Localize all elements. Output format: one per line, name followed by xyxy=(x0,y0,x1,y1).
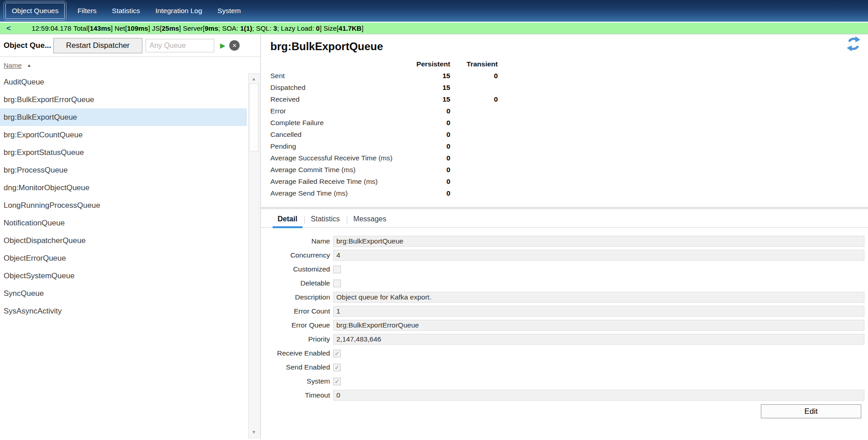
nav-item[interactable]: Integration Log xyxy=(149,3,208,19)
tab-label: Messages xyxy=(354,215,387,223)
queue-list-item[interactable]: brg:BulkExportQueue xyxy=(0,108,247,126)
field-control xyxy=(333,236,864,247)
run-filter-icon[interactable]: ▶ xyxy=(220,42,226,49)
checkbox[interactable]: ✓ xyxy=(333,350,341,357)
queue-name: SysAsyncActivity xyxy=(4,307,61,316)
form-actions: Edit xyxy=(270,404,868,418)
edit-button[interactable]: Edit xyxy=(761,404,861,418)
perf-metric: ; SQL: xyxy=(252,24,274,32)
field-control xyxy=(333,390,864,401)
queue-list-panel: Object Que... Restart Dispatcher ▶ ✕ Nam… xyxy=(0,34,261,440)
queue-list-item[interactable]: AuditQueue xyxy=(0,73,247,91)
scroll-up-icon[interactable]: ▲ xyxy=(249,77,259,81)
nav-item[interactable]: System xyxy=(211,3,247,19)
clear-filter-icon[interactable]: ✕ xyxy=(229,40,240,51)
queue-list-item[interactable]: brg:ProcessQueue xyxy=(0,161,247,179)
text-field[interactable] xyxy=(333,320,864,331)
stat-persistent-value: 0 xyxy=(416,131,450,139)
text-field[interactable] xyxy=(333,390,864,401)
queue-name: SyncQueue xyxy=(4,289,44,298)
perf-metric: 1(1) xyxy=(240,24,252,32)
nav-item-label: Object Queues xyxy=(12,7,58,15)
queue-list-item[interactable]: brg:BulkExportErrorQueue xyxy=(0,91,247,108)
perf-metric: ] Size[ xyxy=(320,24,339,32)
queue-list-item[interactable]: ObjectErrorQueue xyxy=(0,249,247,267)
scroll-down-icon[interactable]: ▼ xyxy=(249,430,259,435)
refresh-icon[interactable] xyxy=(845,36,862,52)
stat-label: Cancelled xyxy=(270,131,416,139)
queue-name: ObjectErrorQueue xyxy=(4,254,66,263)
stat-label: Average Commit Time (ms) xyxy=(270,166,416,174)
scrollbar[interactable]: ▲ ▼ xyxy=(248,73,259,438)
queue-list: AuditQueue brg:BulkExportErrorQueue brg:… xyxy=(0,73,247,440)
queue-list-item[interactable]: NotificationQueue xyxy=(0,214,247,232)
queue-list-item[interactable]: ObjectDispatcherQueue xyxy=(0,232,247,249)
queue-list-item[interactable]: brg:ExportStatusQueue xyxy=(0,144,247,161)
form-row: Priority xyxy=(270,334,864,345)
queue-name: brg:BulkExportQueue xyxy=(4,113,77,122)
stats-row: Received 15 0 xyxy=(270,94,868,105)
perf-metric: ; Lazy Load: xyxy=(277,24,316,32)
check-icon: ✓ xyxy=(335,365,340,370)
field-control xyxy=(333,334,864,345)
stats-row: Cancelled 0 xyxy=(270,129,868,140)
check-icon: ✓ xyxy=(335,379,340,384)
queue-list-item[interactable]: brg:ExportCountQueue xyxy=(0,126,247,144)
stats-table: Persistent Transient Sent 15 0 Dispatche… xyxy=(270,58,868,199)
text-field[interactable] xyxy=(333,334,864,345)
tab[interactable]: Detail xyxy=(271,212,304,227)
text-field[interactable] xyxy=(333,306,864,317)
form-row: Name xyxy=(270,236,864,247)
text-field[interactable] xyxy=(333,292,864,303)
stats-rows: Sent 15 0 Dispatched 15 Received 15 0 xyxy=(270,70,868,199)
tab[interactable]: Messages xyxy=(347,212,393,227)
scrollbar-thumb[interactable] xyxy=(249,84,259,151)
text-field[interactable] xyxy=(333,250,864,261)
stat-persistent-value: 0 xyxy=(416,142,450,150)
nav-item[interactable]: Filters xyxy=(71,3,103,19)
queue-search-input[interactable] xyxy=(146,39,214,52)
field-control xyxy=(333,320,864,331)
queue-list-item[interactable]: SyncQueue xyxy=(0,285,247,302)
form-row: Customized ✓ xyxy=(270,264,864,275)
text-field[interactable] xyxy=(333,236,864,247)
stats-row: Sent 15 0 xyxy=(270,70,868,82)
perf-metric: ] JS[ xyxy=(148,24,162,32)
back-icon[interactable]: < xyxy=(6,24,11,32)
restart-dispatcher-button[interactable]: Restart Dispatcher xyxy=(53,38,142,53)
field-control xyxy=(333,250,864,261)
main-split: Object Que... Restart Dispatcher ▶ ✕ Nam… xyxy=(0,34,868,440)
sort-column-name[interactable]: Name xyxy=(4,61,22,69)
detail-tabs: Detail Statistics Messages xyxy=(261,212,868,228)
queue-name: brg:ExportCountQueue xyxy=(4,131,83,140)
checkbox[interactable]: ✓ xyxy=(333,280,341,287)
form-row: Deletable ✓ xyxy=(270,278,864,289)
queue-list-item[interactable]: dng:MonitorObjectQueue xyxy=(0,179,247,197)
perf-metric: 25ms xyxy=(162,24,179,32)
checkbox[interactable]: ✓ xyxy=(333,364,341,371)
nav-item-label: Filters xyxy=(77,7,96,15)
stat-persistent-value: 15 xyxy=(416,72,450,80)
tab[interactable]: Statistics xyxy=(304,212,347,227)
queue-list-item[interactable]: ObjectSystemQueue xyxy=(0,267,247,285)
queue-list-item[interactable]: LongRunningProcessQueue xyxy=(0,197,247,214)
stats-header-row: Persistent Transient xyxy=(270,58,868,70)
queue-list-item[interactable]: SysAsyncActivity xyxy=(0,302,247,320)
perf-metric: ; SOA: xyxy=(218,24,240,32)
perf-metric: ] xyxy=(362,24,363,32)
nav-item[interactable]: Statistics xyxy=(106,3,146,19)
stat-persistent-value: 0 xyxy=(416,166,450,174)
checkbox[interactable]: ✓ xyxy=(333,378,341,385)
stats-row: Complete Failure 0 xyxy=(270,117,868,129)
detail-form: Name Concurrency Customized xyxy=(270,236,868,401)
perf-metric: 3 xyxy=(274,24,277,32)
nav-item-label: System xyxy=(217,7,241,15)
field-label: Customized xyxy=(270,265,330,273)
stats-row: Dispatched 15 xyxy=(270,82,868,94)
field-control: ✓ xyxy=(333,350,864,357)
nav-item[interactable]: Object Queues xyxy=(5,3,65,19)
checkbox[interactable]: ✓ xyxy=(333,266,341,273)
field-label: Deletable xyxy=(270,279,330,287)
field-label: Send Enabled xyxy=(270,363,330,371)
field-control xyxy=(333,306,864,317)
